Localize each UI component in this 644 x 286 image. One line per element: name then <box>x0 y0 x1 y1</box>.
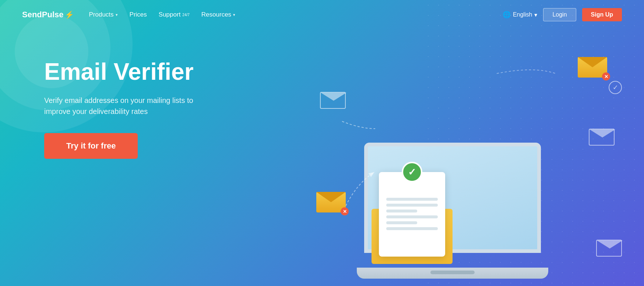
doc-line-5 <box>386 221 417 224</box>
doc-line-6 <box>386 227 438 230</box>
navbar: SendPulse ⚡ Products ▾ Prices Support24/… <box>0 0 644 29</box>
float-envelope-bottomleft: ✕ <box>316 192 346 212</box>
resources-chevron: ▾ <box>233 12 235 17</box>
nav-right: 🌐 English ▾ Login Sign Up <box>503 8 622 21</box>
red-x-badge-1: ✕ <box>602 72 610 81</box>
hero-subtitle: Verify email addresses on your mailing l… <box>44 95 210 117</box>
checkmark-badge <box>402 162 422 182</box>
float-envelope-left <box>320 92 346 109</box>
cta-button[interactable]: Try it for free <box>44 133 138 159</box>
nav-support[interactable]: Support24/7 <box>159 11 190 18</box>
nav-prices[interactable]: Prices <box>130 11 147 18</box>
lang-chevron: ▾ <box>534 11 537 18</box>
language-selector[interactable]: 🌐 English ▾ <box>503 11 537 19</box>
page-wrapper: SendPulse ⚡ Products ▾ Prices Support24/… <box>0 0 644 286</box>
nav-products[interactable]: Products ▾ <box>89 11 117 18</box>
login-button[interactable]: Login <box>543 8 576 21</box>
outline-envelope-bottomright <box>596 240 622 257</box>
float-envelope-rightmid <box>589 129 615 146</box>
support-sup: 24/7 <box>182 13 189 17</box>
float-envelope-topright: ✕ <box>578 57 607 78</box>
doc-line-4 <box>386 215 438 218</box>
globe-icon: 🌐 <box>503 11 511 19</box>
logo-icon: ⚡ <box>65 10 74 19</box>
logo[interactable]: SendPulse ⚡ <box>22 10 74 19</box>
doc-line-3 <box>386 210 417 212</box>
signup-button[interactable]: Sign Up <box>582 8 622 21</box>
nav-resources[interactable]: Resources ▾ <box>201 11 235 18</box>
nav-links: Products ▾ Prices Support24/7 Resources … <box>89 11 502 18</box>
doc-line-2 <box>386 204 438 207</box>
outline-envelope-left <box>320 92 346 109</box>
outline-envelope-right <box>589 129 615 146</box>
red-x-badge-2: ✕ <box>341 207 349 215</box>
products-chevron: ▾ <box>116 12 118 17</box>
check-circle-topright: ✓ <box>609 81 622 94</box>
logo-text: SendPulse <box>22 10 63 19</box>
hero-section: Email Verifier Verify email addresses on… <box>0 29 239 159</box>
doc-line-1 <box>386 198 438 201</box>
float-envelope-bottomright <box>596 240 622 257</box>
email-document <box>379 172 445 257</box>
illustration: ✕ ✓ ✕ <box>313 0 644 286</box>
hero-title: Email Verifier <box>44 59 210 85</box>
laptop-base <box>357 268 548 279</box>
